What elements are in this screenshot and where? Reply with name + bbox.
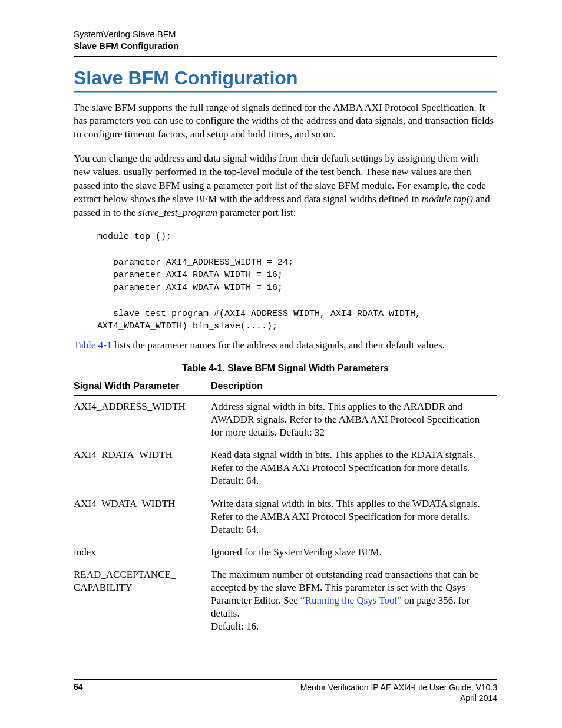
param-desc: The maximum number of outstanding read t… bbox=[211, 564, 497, 638]
param-name: index bbox=[74, 541, 211, 564]
footer-date: April 2014 bbox=[300, 693, 497, 703]
table-row: AXI4_RDATA_WIDTH Read data signal width … bbox=[74, 444, 497, 492]
table-row: AXI4_ADDRESS_WIDTH Address signal width … bbox=[74, 395, 497, 444]
header-chapter: SystemVerilog Slave BFM bbox=[74, 28, 497, 40]
page-title: Slave BFM Configuration bbox=[74, 67, 497, 89]
table-ref-text: lists the parameter names for the addres… bbox=[111, 340, 445, 351]
table-caption: Table 4-1. Slave BFM Signal Width Parame… bbox=[74, 363, 497, 374]
table-ref-link[interactable]: Table 4-1 bbox=[74, 340, 111, 351]
p2-ital2: slave_test_program bbox=[138, 207, 217, 218]
table-col-2: Description bbox=[211, 378, 497, 396]
footer-rule bbox=[74, 679, 497, 680]
qsys-tool-link[interactable]: “Running the Qsys Tool” bbox=[300, 595, 402, 606]
code-block: module top (); parameter AXI4_ADDRESS_WI… bbox=[97, 230, 497, 333]
footer-doc-title: Mentor Verification IP AE AXI4-Lite User… bbox=[300, 682, 497, 693]
intro-paragraph-2: You can change the address and data sign… bbox=[74, 152, 497, 220]
param-desc: Write data signal width in bits. This ap… bbox=[211, 493, 497, 541]
table-row: AXI4_WDATA_WIDTH Write data signal width… bbox=[74, 493, 497, 541]
param-desc: Ignored for the SystemVerilog slave BFM. bbox=[211, 541, 497, 564]
signal-width-table: Signal Width Parameter Description AXI4_… bbox=[74, 378, 497, 638]
page-footer: 64 Mentor Verification IP AE AXI4-Lite U… bbox=[74, 679, 497, 703]
page-number: 64 bbox=[74, 682, 83, 703]
table-row: READ_ACCEPTANCE_ CAPABILITY The maximum … bbox=[74, 564, 497, 638]
intro-paragraph-1: The slave BFM supports the full range of… bbox=[74, 101, 497, 142]
p2-ital1: module top() bbox=[422, 193, 473, 205]
param-desc: Address signal width in bits. This appli… bbox=[211, 395, 497, 444]
param-name: AXI4_ADDRESS_WIDTH bbox=[74, 395, 211, 444]
title-underline bbox=[74, 91, 497, 93]
table-reference-paragraph: Table 4-1 lists the parameter names for … bbox=[74, 339, 497, 353]
p2-post: parameter port list: bbox=[217, 207, 296, 218]
header-rule bbox=[74, 56, 497, 57]
table-row: index Ignored for the SystemVerilog slav… bbox=[74, 541, 497, 564]
param-name: AXI4_RDATA_WIDTH bbox=[74, 444, 211, 492]
header-section: Slave BFM Configuration bbox=[74, 40, 497, 52]
param-name: READ_ACCEPTANCE_ CAPABILITY bbox=[74, 564, 211, 638]
table-col-1: Signal Width Parameter bbox=[74, 378, 211, 396]
param-desc: Read data signal width in bits. This app… bbox=[211, 444, 497, 492]
param-name: AXI4_WDATA_WIDTH bbox=[74, 493, 211, 541]
running-header: SystemVerilog Slave BFM Slave BFM Config… bbox=[74, 28, 497, 52]
